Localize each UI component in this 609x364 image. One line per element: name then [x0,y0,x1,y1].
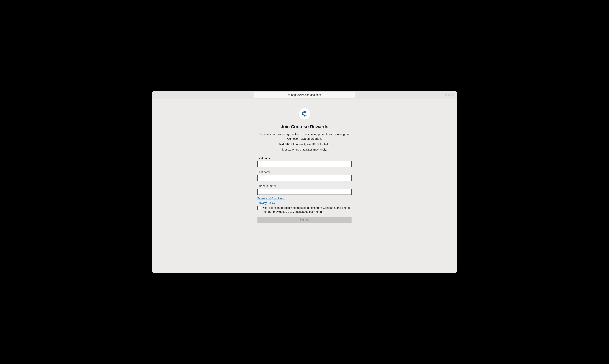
description-line-3: Message and data rates may apply. [257,147,352,152]
signup-form-container: Join Contoso Rewards Receive coupons and… [257,108,352,267]
phone-number-label: Phone number [257,184,352,188]
url-bar[interactable]: http://www.contoso.com [253,92,356,98]
signup-button[interactable]: Sign up [257,217,352,223]
page-content: Join Contoso Rewards Receive coupons and… [152,99,457,273]
window-control-dot[interactable] [444,94,447,96]
first-name-input[interactable] [257,161,352,167]
phone-number-input[interactable] [257,189,352,195]
description-line-2: Text STOP to opt-out, text HELP for help… [257,142,352,147]
form-section: First name Last name Phone number Terms … [257,157,352,222]
privacy-policy-link[interactable]: Privacy Policy [257,201,352,205]
first-name-label: First name [257,157,352,160]
last-name-label: Last name [257,170,352,174]
page-title: Join Contoso Rewards [257,124,352,129]
browser-chrome: http://www.contoso.com [152,91,457,99]
consent-checkbox[interactable] [257,206,261,210]
lock-icon [288,94,290,96]
contoso-c-icon [301,111,308,117]
consent-text: Yes, I consent to receiving marketing te… [263,206,352,214]
terms-and-conditions-link[interactable]: Terms and Conditions [257,197,352,200]
window-controls [444,94,454,96]
svg-rect-0 [288,95,290,96]
contoso-logo [299,108,310,119]
description-line-1: Receive coupons and get notified of upco… [257,132,352,141]
window-control-dot[interactable] [448,94,450,96]
logo-wrapper [257,108,352,119]
consent-row: Yes, I consent to receiving marketing te… [257,206,352,214]
url-text: http://www.contoso.com [291,93,321,97]
browser-window: http://www.contoso.com Join Contoso Rewa… [152,91,457,273]
window-control-dot[interactable] [451,94,454,96]
last-name-input[interactable] [257,175,352,181]
